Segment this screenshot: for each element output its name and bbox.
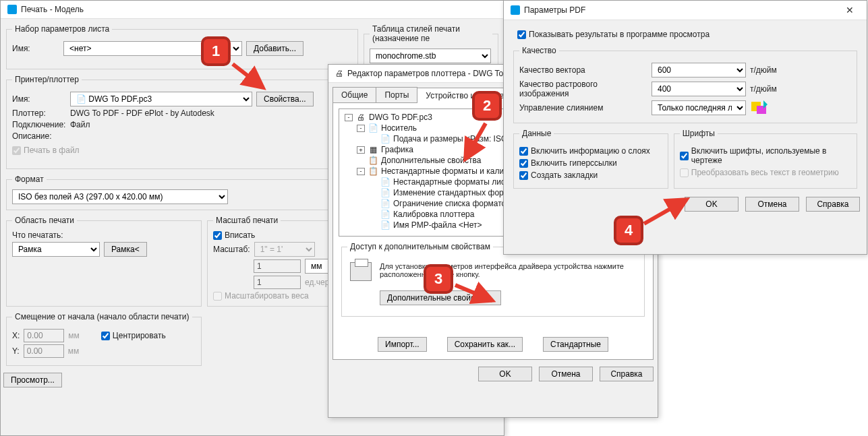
center-label: Центрировать (113, 331, 166, 340)
print-title: Печать - Модель (21, 5, 84, 14)
show-results-label: Показывать результаты в программе просмо… (529, 30, 710, 39)
raster-q-label: Качество растрового изображения (519, 80, 647, 98)
conn-value: Файл (70, 120, 90, 129)
style-table-select[interactable]: monochrome.stb (370, 49, 491, 63)
callout-2: 2 (472, 91, 502, 121)
links-label: Включить гиперссылки (531, 158, 617, 168)
pdf-help-button[interactable]: Справка (806, 197, 860, 212)
preview-button[interactable]: Просмотр... (3, 373, 62, 387)
tab-device[interactable]: Устройство и докумен (417, 88, 517, 103)
scale-label: Масштаб: (213, 245, 250, 254)
editor-title: Редактор параметров плоттера - DWG To P (347, 69, 511, 78)
bookmarks-label: Создать закладки (531, 170, 598, 180)
convert-fonts-checkbox (680, 168, 689, 177)
merge-icon (750, 100, 768, 115)
show-results-checkbox[interactable] (517, 30, 526, 39)
quality-legend: Качество (519, 46, 559, 55)
data-legend: Данные (519, 129, 554, 138)
printer-icon (350, 262, 372, 281)
convert-fonts-label: Преобразовать весь текст в геометрию (691, 168, 839, 177)
printer-legend: Принтер/плоттер (12, 75, 82, 84)
import-button[interactable]: Импорт... (378, 337, 427, 352)
offset-x-label: X: (12, 331, 20, 340)
style-table-legend: Таблица стилей печати (назначение пе (370, 24, 492, 43)
pdf-ok-button[interactable]: OK (685, 197, 739, 212)
plot-area-group: Область печати Что печатать: Рамка Рамка… (6, 216, 202, 307)
extra-props-text: Для установки параметров интерфейса драй… (380, 262, 636, 278)
extra-props-legend: Доступ к дополнительным свойствам (347, 242, 493, 251)
merge-select[interactable]: Только последняя линия (652, 100, 746, 115)
scale-unit2-input (254, 276, 301, 289)
editor-ok-button[interactable]: OK (478, 367, 532, 381)
editor-help-button[interactable]: Справка (600, 367, 654, 381)
printer-props-button[interactable]: Свойства... (256, 92, 314, 106)
callout-1: 1 (201, 36, 231, 66)
app-icon (511, 5, 520, 15)
page-set-legend: Набор параметров листа (12, 24, 112, 34)
bookmarks-checkbox[interactable] (519, 171, 528, 180)
offset-y-input (24, 344, 64, 358)
conn-label: Подключение: (12, 120, 66, 129)
scale-weights-label: Масштабировать веса (225, 291, 309, 301)
data-group: Данные Включить информацию о слоях Включ… (513, 129, 668, 189)
pdf-title: Параметры PDF (524, 5, 585, 15)
add-page-set-button[interactable]: Добавить... (246, 41, 303, 56)
print-to-file-checkbox (12, 146, 21, 155)
save-as-button[interactable]: Сохранить как... (447, 337, 523, 352)
scale-weights-checkbox (213, 292, 222, 301)
scale-select: 1" = 1' (254, 242, 315, 257)
plot-area-legend: Область печати (12, 216, 77, 225)
pdf-params-dialog: Параметры PDF ✕ Показывать результаты в … (503, 0, 867, 255)
plotter-label: Плоттер: (12, 108, 66, 118)
fit-label: Вписать (225, 230, 255, 240)
desc-label: Описание: (12, 131, 66, 141)
offset-y-label: Y: (12, 346, 20, 356)
print-to-file-label: Печать в файл (24, 146, 80, 155)
offset-x-unit: мм (68, 331, 80, 340)
printer-name-select[interactable]: 📄 DWG To PDF.pc3 (70, 92, 252, 106)
pdf-titlebar: Параметры PDF ✕ (504, 1, 867, 20)
include-fonts-checkbox[interactable] (680, 152, 689, 160)
raster-dpi: т/дюйм (750, 84, 777, 94)
pdf-cancel-button[interactable]: Отмена (745, 197, 799, 212)
printer-name-label: Имя: (12, 94, 66, 104)
style-table-group: Таблица стилей печати (назначение пе mon… (364, 24, 498, 69)
editor-cancel-button[interactable]: Отмена (539, 367, 593, 381)
center-checkbox[interactable] (101, 332, 110, 340)
merge-label: Управление слиянием (519, 103, 647, 113)
format-select[interactable]: ISO без полей A3 (297.00 x 420.00 мм) (12, 189, 228, 204)
plot-area-select[interactable]: Рамка (12, 242, 100, 257)
scale-legend: Масштаб печати (213, 216, 281, 225)
tab-general[interactable]: Общие (332, 87, 376, 102)
fit-checkbox[interactable] (213, 231, 222, 240)
page-set-name-label: Имя: (12, 44, 59, 53)
format-legend: Формат (12, 175, 47, 184)
frame-button[interactable]: Рамка< (104, 242, 147, 257)
scale-unit1-input (254, 259, 301, 273)
vector-dpi: т/дюйм (750, 65, 777, 75)
page-set-group: Набор параметров листа Имя: <нет> Добави… (6, 24, 358, 69)
print-titlebar: Печать - Модель (1, 1, 504, 19)
what-print-label: Что печатать: (12, 230, 63, 240)
vector-q-select[interactable]: 600 (652, 63, 746, 77)
defaults-button[interactable]: Стандартные (543, 337, 608, 352)
links-checkbox[interactable] (519, 159, 528, 168)
app-icon (7, 5, 17, 14)
close-icon[interactable]: ✕ (840, 5, 860, 15)
include-fonts-label: Включить шрифты, используемые в чертеже (691, 146, 851, 165)
layers-checkbox[interactable] (519, 147, 528, 156)
layers-label: Включить информацию о слоях (531, 146, 650, 156)
vector-q-label: Качество вектора (519, 65, 647, 75)
fonts-group: Шрифты Включить шрифты, используемые в ч… (674, 129, 857, 189)
offset-group: Смещение от начала (начало области печат… (6, 312, 202, 366)
tab-ports[interactable]: Порты (376, 87, 417, 102)
offset-legend: Смещение от начала (начало области печат… (12, 312, 192, 321)
quality-group: Качество Качество вектора 600 т/дюйм Кач… (513, 46, 857, 123)
raster-q-select[interactable]: 400 (652, 82, 746, 96)
plotter-value: DWG To PDF - PDF ePlot - by Autodesk (70, 108, 214, 118)
offset-x-input (24, 329, 64, 342)
callout-3: 3 (424, 264, 453, 294)
callout-4: 4 (614, 216, 643, 245)
fonts-legend: Шрифты (680, 129, 718, 138)
offset-y-unit: мм (68, 346, 80, 356)
